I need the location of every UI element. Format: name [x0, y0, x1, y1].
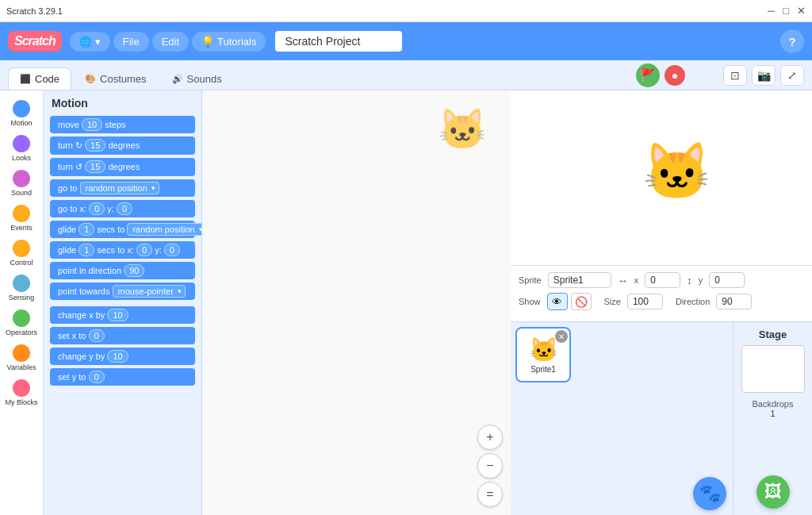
add-sprite-area: 🐾 — [511, 472, 733, 515]
help-button[interactable]: ? — [780, 29, 804, 53]
show-hidden-button[interactable]: 🚫 — [571, 293, 592, 310]
sprites-section: ✕ 🐱 Sprite1 🐾 Stage Backdrops 1 🖼 — [511, 321, 812, 515]
titlebar-controls: ─ □ ✕ — [768, 5, 806, 17]
tabbar: ⬛ Code 🎨 Costumes 🔊 Sounds 🚩 ● ⊡ 📷 ⤢ — [0, 60, 812, 90]
control-dot — [13, 240, 30, 257]
script-canvas-area[interactable]: 🐱 + − = — [202, 90, 511, 515]
tab-code[interactable]: ⬛ Code — [8, 67, 71, 90]
costumes-icon: 🎨 — [85, 74, 96, 84]
playback-controls: 🚩 ● — [636, 63, 685, 87]
zoom-reset-button[interactable]: = — [477, 482, 503, 507]
add-sprite-button[interactable]: 🐾 — [693, 477, 726, 510]
motion-dot — [13, 100, 30, 117]
edit-menu-button[interactable]: Edit — [152, 32, 189, 52]
stage-thumbnail[interactable] — [741, 345, 805, 393]
sprite-delete-button[interactable]: ✕ — [555, 330, 568, 343]
variables-dot — [13, 344, 30, 362]
main-area: Motion Looks Sound Events Control Sensin… — [0, 90, 812, 515]
looks-dot — [13, 135, 30, 152]
block-glide2[interactable]: glide 1 secs to x: 0 y: 0 — [50, 241, 195, 259]
camera-button[interactable]: 📷 — [752, 65, 776, 86]
block-turn-cw[interactable]: turn ↻ 15 degrees — [50, 136, 195, 155]
direction-input[interactable] — [716, 294, 752, 309]
category-sound[interactable]: Sound — [2, 167, 41, 200]
show-visible-button[interactable]: 👁 — [547, 293, 568, 310]
category-control[interactable]: Control — [2, 236, 41, 270]
tutorials-button[interactable]: 💡 Tutorials — [192, 32, 266, 52]
expand-stage-button[interactable]: ⊡ — [723, 65, 747, 86]
sprite-thumb-sprite1[interactable]: ✕ 🐱 Sprite1 — [515, 327, 571, 382]
category-myblocks[interactable]: My Blocks — [2, 376, 41, 409]
y-axis-icon: ↕ — [687, 275, 692, 286]
titlebar: Scratch 3.29.1 ─ □ ✕ — [0, 0, 812, 22]
block-change-x[interactable]: change x by 10 — [50, 306, 195, 324]
show-label: Show — [519, 297, 541, 306]
category-variables[interactable]: Variables — [2, 341, 41, 375]
tab-sounds[interactable]: 🔊 Sounds — [160, 67, 234, 90]
direction-label: Direction — [676, 297, 710, 306]
block-list-title: Motion — [50, 97, 195, 110]
fullscreen-button[interactable]: ⤢ — [780, 65, 804, 86]
category-operators[interactable]: Operators — [2, 306, 41, 340]
file-menu-button[interactable]: File — [113, 32, 149, 52]
block-point-direction[interactable]: point in direction 90 — [50, 262, 195, 279]
zoom-out-button[interactable]: − — [477, 453, 503, 478]
close-btn[interactable]: ✕ — [797, 5, 806, 17]
sprite-info-panel: Sprite ↔ x ↕ y Show 👁 🚫 Size Direction — [511, 265, 812, 321]
project-name-input[interactable] — [275, 31, 402, 52]
stage-sprite: 🐱 — [642, 139, 711, 204]
x-value-input[interactable] — [645, 272, 680, 288]
add-backdrop-area: 🖼 — [756, 469, 790, 509]
backdrops-label: Backdrops — [753, 399, 794, 409]
code-icon: ⬛ — [20, 74, 31, 84]
menubar: Scratch 🌐 ▾ File Edit 💡 Tutorials ? — [0, 22, 812, 60]
block-point-towards[interactable]: point towards mouse-pointer — [50, 282, 195, 300]
globe-arrow-icon: ▾ — [95, 36, 101, 48]
titlebar-title: Scratch 3.29.1 — [6, 6, 63, 16]
minimize-btn[interactable]: ─ — [768, 5, 775, 17]
operators-dot — [13, 309, 30, 327]
block-move[interactable]: move 10 steps — [50, 116, 195, 133]
block-goto[interactable]: go to random position — [50, 179, 195, 197]
editor-sprite-thumbnail: 🐱 — [438, 106, 487, 152]
backdrops-count: 1 — [770, 409, 775, 418]
block-set-y[interactable]: set y to 0 — [50, 368, 195, 386]
block-set-x[interactable]: set x to 0 — [50, 327, 195, 344]
zoom-in-button[interactable]: + — [477, 425, 503, 450]
category-looks[interactable]: Looks — [2, 132, 41, 165]
globe-button[interactable]: 🌐 ▾ — [70, 32, 110, 52]
y-value-input[interactable] — [709, 272, 745, 288]
stop-button[interactable]: ● — [665, 65, 685, 86]
globe-icon: 🌐 — [79, 36, 92, 48]
category-sensing[interactable]: Sensing — [2, 271, 41, 305]
category-motion[interactable]: Motion — [2, 97, 41, 130]
green-flag-button[interactable]: 🚩 — [636, 63, 660, 87]
block-list-panel: Motion move 10 steps turn ↻ 15 degrees t… — [44, 90, 202, 515]
sprite-name-input[interactable] — [548, 272, 611, 288]
show-toggle-buttons: 👁 🚫 — [547, 293, 592, 310]
tab-costumes[interactable]: 🎨 Costumes — [73, 67, 159, 90]
block-gotoxy[interactable]: go to x: 0 y: 0 — [50, 200, 195, 217]
myblocks-dot — [13, 379, 30, 397]
right-column: 🐱 Sprite ↔ x ↕ y Show 👁 🚫 Size — [511, 90, 812, 515]
stage-canvas: 🐱 — [511, 90, 812, 265]
block-change-y[interactable]: change y by 10 — [50, 348, 195, 365]
sound-dot — [13, 170, 30, 187]
sprite-info-row2: Show 👁 🚫 Size Direction — [519, 293, 804, 310]
events-dot — [13, 205, 30, 222]
sounds-icon: 🔊 — [172, 74, 183, 84]
block-turn-ccw[interactable]: turn ↺ 15 degrees — [50, 158, 195, 176]
scratch-logo[interactable]: Scratch — [8, 31, 62, 52]
size-input[interactable] — [627, 294, 663, 309]
sensing-dot — [13, 275, 30, 292]
sprite-list: ✕ 🐱 Sprite1 — [511, 322, 733, 472]
add-backdrop-button[interactable]: 🖼 — [756, 475, 790, 509]
sprite-thumb-name: Sprite1 — [530, 365, 556, 374]
x-axis-icon: ↔ — [618, 275, 628, 286]
maximize-btn[interactable]: □ — [783, 5, 789, 17]
stage-label: Stage — [759, 329, 787, 340]
category-events[interactable]: Events — [2, 202, 41, 235]
size-label: Size — [604, 297, 621, 306]
block-glide1[interactable]: glide 1 secs to random position — [50, 221, 195, 238]
sprite-label: Sprite — [519, 275, 542, 285]
